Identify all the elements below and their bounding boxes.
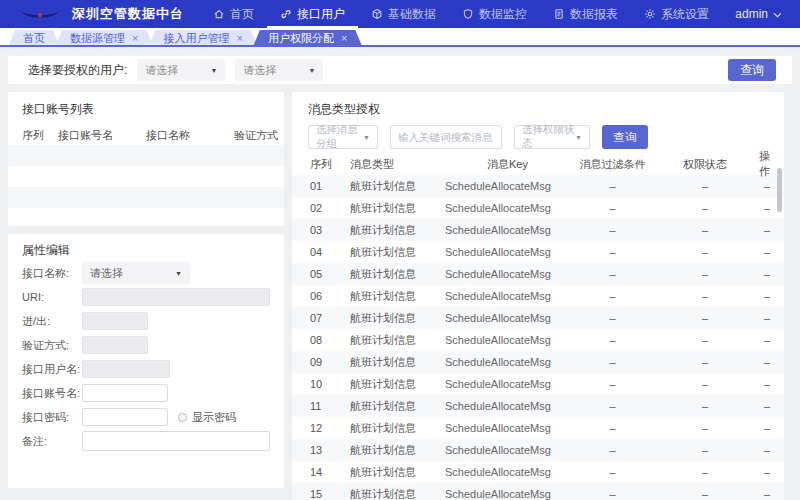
nav-item-home[interactable]: 首页 bbox=[200, 0, 267, 28]
form-row-interface-username: 接口用户名: bbox=[22, 357, 270, 381]
field-label: 接口用户名: bbox=[22, 362, 82, 377]
user-select-1[interactable]: 请选择 ▼ bbox=[137, 59, 225, 81]
empty-row bbox=[8, 145, 284, 166]
cell-action: – bbox=[755, 378, 770, 390]
message-table-row[interactable]: 15航班计划信息ScheduleAllocateMsg––– bbox=[292, 483, 784, 500]
cell-status: – bbox=[655, 312, 755, 324]
cell-action: – bbox=[755, 202, 770, 214]
interface-name-select[interactable]: 请选择 ▼ bbox=[82, 262, 190, 284]
message-table-body: 01航班计划信息ScheduleAllocateMsg–––02航班计划信息Sc… bbox=[292, 175, 784, 500]
tab-access-user-management[interactable]: 接入用户管理 × bbox=[148, 30, 257, 47]
message-table-row[interactable]: 10航班计划信息ScheduleAllocateMsg––– bbox=[292, 373, 784, 395]
password-field[interactable] bbox=[82, 408, 168, 426]
message-table-row[interactable]: 04航班计划信息ScheduleAllocateMsg––– bbox=[292, 241, 784, 263]
cell-filter: – bbox=[570, 334, 655, 346]
cell-key: ScheduleAllocateMsg bbox=[445, 422, 570, 434]
cell-filter: – bbox=[570, 246, 655, 258]
cell-key: ScheduleAllocateMsg bbox=[445, 488, 570, 500]
remark-field[interactable] bbox=[82, 431, 270, 451]
user-select-2[interactable]: 请选择 ▼ bbox=[235, 59, 323, 81]
tab-user-permission-assignment[interactable]: 用户权限分配 × bbox=[253, 30, 362, 47]
cell-type: 航班计划信息 bbox=[350, 245, 445, 260]
cell-type: 航班计划信息 bbox=[350, 355, 445, 370]
cell-type: 航班计划信息 bbox=[350, 311, 445, 326]
col-header: 消息Key bbox=[445, 157, 570, 172]
message-table-row[interactable]: 07航班计划信息ScheduleAllocateMsg––– bbox=[292, 307, 784, 329]
cell-key: ScheduleAllocateMsg bbox=[445, 224, 570, 236]
permission-status-select[interactable]: 选择权限状态 ▼ bbox=[514, 125, 590, 149]
nav-item-label: 系统设置 bbox=[661, 6, 709, 23]
message-group-select[interactable]: 选择消息分组 ▼ bbox=[308, 125, 378, 149]
field-label: 接口名称: bbox=[22, 266, 82, 281]
field-label: URI: bbox=[22, 291, 82, 303]
cell-filter: – bbox=[570, 400, 655, 412]
cell-status: – bbox=[655, 268, 755, 280]
message-search-button[interactable]: 查询 bbox=[602, 125, 648, 149]
account-table-body bbox=[8, 145, 284, 229]
message-table-row[interactable]: 05航班计划信息ScheduleAllocateMsg––– bbox=[292, 263, 784, 285]
nav-item-data-monitor[interactable]: 数据监控 bbox=[449, 0, 540, 28]
message-table-row[interactable]: 14航班计划信息ScheduleAllocateMsg––– bbox=[292, 461, 784, 483]
main-menu: 首页 接口用户 基础数据 数据监控 bbox=[200, 0, 722, 28]
cell-type: 航班计划信息 bbox=[350, 179, 445, 194]
account-name-field[interactable] bbox=[82, 384, 168, 402]
user-filter-label: 选择要授权的用户: bbox=[28, 62, 127, 79]
tab-home[interactable]: 首页 bbox=[8, 30, 60, 47]
cell-filter: – bbox=[570, 268, 655, 280]
tab-label: 用户权限分配 bbox=[268, 31, 334, 46]
cell-status: – bbox=[655, 444, 755, 456]
select-placeholder: 选择权限状态 bbox=[522, 123, 575, 151]
cell-key: ScheduleAllocateMsg bbox=[445, 202, 570, 214]
cell-action: – bbox=[755, 400, 770, 412]
show-password-radio[interactable] bbox=[178, 413, 187, 422]
keyword-search-input[interactable] bbox=[390, 125, 502, 149]
nav-item-data-report[interactable]: 数据报表 bbox=[540, 0, 631, 28]
tab-datasource-management[interactable]: 数据源管理 × bbox=[55, 30, 153, 47]
message-table-row[interactable]: 12航班计划信息ScheduleAllocateMsg––– bbox=[292, 417, 784, 439]
cell-seq: 07 bbox=[310, 312, 350, 324]
message-table-row[interactable]: 06航班计划信息ScheduleAllocateMsg––– bbox=[292, 285, 784, 307]
attribute-form: 接口名称: 请选择 ▼ URI: 进/出: 验证方式: 接口用户名: bbox=[8, 261, 284, 453]
message-table-row[interactable]: 08航班计划信息ScheduleAllocateMsg––– bbox=[292, 329, 784, 351]
cell-key: ScheduleAllocateMsg bbox=[445, 246, 570, 258]
nav-item-label: 数据报表 bbox=[570, 6, 618, 23]
col-header: 序列 bbox=[22, 128, 58, 143]
cell-filter: – bbox=[570, 312, 655, 324]
cell-key: ScheduleAllocateMsg bbox=[445, 290, 570, 302]
cell-status: – bbox=[655, 422, 755, 434]
select-value: 请选择 bbox=[145, 63, 178, 78]
nav-item-label: 数据监控 bbox=[479, 6, 527, 23]
message-table-row[interactable]: 01航班计划信息ScheduleAllocateMsg––– bbox=[292, 175, 784, 197]
user-menu[interactable]: admin bbox=[735, 7, 782, 21]
nav-item-interface-user[interactable]: 接口用户 bbox=[267, 0, 358, 28]
close-icon[interactable]: × bbox=[341, 33, 347, 44]
user-search-button[interactable]: 查询 bbox=[728, 59, 776, 81]
message-table-row[interactable]: 11航班计划信息ScheduleAllocateMsg––– bbox=[292, 395, 784, 417]
cell-type: 航班计划信息 bbox=[350, 377, 445, 392]
col-header: 接口名称 bbox=[146, 128, 234, 143]
cell-action: – bbox=[755, 290, 770, 302]
empty-row bbox=[8, 166, 284, 187]
cell-key: ScheduleAllocateMsg bbox=[445, 378, 570, 390]
col-header: 接口账号名 bbox=[58, 128, 146, 143]
message-table-row[interactable]: 02航班计划信息ScheduleAllocateMsg––– bbox=[292, 197, 784, 219]
close-icon[interactable]: × bbox=[132, 33, 138, 44]
field-label: 接口密码: bbox=[22, 410, 82, 425]
cell-key: ScheduleAllocateMsg bbox=[445, 180, 570, 192]
close-icon[interactable]: × bbox=[236, 33, 242, 44]
field-label: 接口账号名: bbox=[22, 386, 82, 401]
scrollbar-thumb[interactable] bbox=[777, 168, 782, 212]
message-table-row[interactable]: 13航班计划信息ScheduleAllocateMsg––– bbox=[292, 439, 784, 461]
cell-action: – bbox=[755, 444, 770, 456]
cube-icon bbox=[371, 8, 383, 20]
cell-seq: 05 bbox=[310, 268, 350, 280]
select-value: 请选择 bbox=[90, 266, 123, 281]
nav-item-base-data[interactable]: 基础数据 bbox=[358, 0, 449, 28]
col-header: 消息类型 bbox=[350, 157, 445, 172]
message-table-row[interactable]: 03航班计划信息ScheduleAllocateMsg––– bbox=[292, 219, 784, 241]
form-row-password: 接口密码: 显示密码 bbox=[22, 405, 270, 429]
message-table-row[interactable]: 09航班计划信息ScheduleAllocateMsg––– bbox=[292, 351, 784, 373]
account-list-title: 接口账号列表 bbox=[8, 92, 284, 125]
nav-item-system-settings[interactable]: 系统设置 bbox=[631, 0, 722, 28]
nav-item-label: 基础数据 bbox=[388, 6, 436, 23]
